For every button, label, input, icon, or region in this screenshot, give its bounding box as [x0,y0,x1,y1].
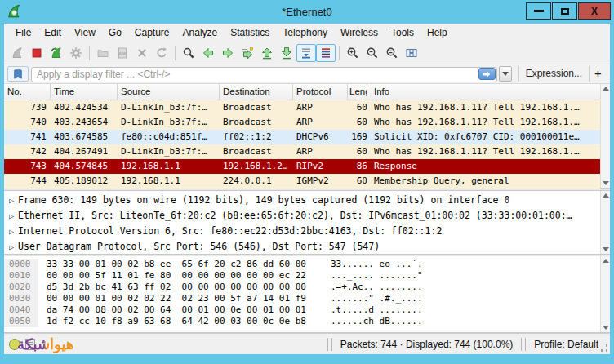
filter-bookmark-button[interactable] [7,66,29,82]
cell-length: 60 [348,100,367,115]
expander-icon[interactable]: ▷ [9,227,14,236]
detail-row-ipv6[interactable]: ▷Internet Protocol Version 6, Src: fe80:… [9,224,598,239]
go-first-icon[interactable] [257,44,277,62]
expander-icon[interactable]: ▷ [9,196,14,205]
stop-capture-icon[interactable] [27,44,47,62]
hex-scrollbar[interactable] [600,256,610,332]
cell-destination: Broadcast [220,100,293,115]
hex-row[interactable]: 0020d5 3d 2b bc 41 63 ff 02 00 00 00 00 … [4,282,610,293]
scroll-up-icon[interactable] [603,87,609,91]
zoom-reset-icon[interactable] [382,44,402,62]
detail-text: User Datagram Protocol, Src Port: 546 (5… [18,241,380,252]
cell-length: 169 [348,130,367,144]
menu-statistics[interactable]: Statistics [224,24,276,41]
scroll-up-icon[interactable] [603,259,609,263]
scroll-down-icon[interactable] [603,326,609,330]
cell-time: 404.267491 [51,144,118,159]
apply-arrow-icon [482,70,492,78]
open-file-icon[interactable] [93,44,113,62]
packet-row-740[interactable]: 740403.243654D-LinkIn_b3:7f:…BroadcastAR… [4,115,600,130]
column-header-source[interactable]: Source [118,84,220,100]
display-filter-input[interactable] [31,67,497,82]
column-header-info[interactable]: Info [367,84,610,100]
resize-columns-icon[interactable] [402,44,421,62]
cell-info: Who has 192.168.1.11? Tell 192.168.1.… [367,144,600,159]
cell-time: 405.189012 [51,174,118,189]
menu-go[interactable]: Go [102,24,128,41]
apply-filter-button[interactable] [478,68,496,80]
toolbar-separator [175,46,176,60]
hex-ascii: ......ch dB...... [326,316,423,327]
zoom-in-icon[interactable] [343,44,363,62]
packet-row-744[interactable]: 744405.189012192.168.1.1224.0.0.1IGMPv26… [4,174,600,189]
column-header-length[interactable]: Length [348,84,367,100]
hex-bytes: 33 33 00 01 00 02 b8 ee 65 6f 20 c2 86 d… [38,259,326,270]
scroll-down-icon[interactable] [603,181,609,185]
minimize-button[interactable] [526,2,551,20]
expander-icon[interactable]: ▷ [9,211,14,220]
expression-button[interactable]: Expression... [518,66,589,82]
column-header-time[interactable]: Time [51,84,118,100]
packet-list-scrollbar[interactable] [600,84,610,188]
packet-row-739[interactable]: 739402.424534D-LinkIn_b3:7f:…BroadcastAR… [4,100,600,115]
maximize-button[interactable] [552,2,577,20]
cell-source: D-LinkIn_b3:7f:… [118,115,220,130]
details-scrollbar[interactable] [600,191,610,254]
menu-capture[interactable]: Capture [128,24,176,41]
hex-bytes: 00 00 00 01 00 02 02 22 02 23 00 5f a7 1… [38,293,326,304]
status-separator [331,338,332,351]
save-file-icon[interactable]: 010 [113,44,132,62]
hex-row[interactable]: 000033 33 00 01 00 02 b8 ee 65 6f 20 c2 … [4,259,610,270]
cell-protocol: ARP [293,100,348,115]
capture-options-icon[interactable] [66,44,86,62]
cell-no: 740 [4,115,51,130]
scroll-up-icon[interactable] [603,193,609,198]
reload-icon[interactable] [152,44,171,62]
scroll-down-icon[interactable] [603,247,609,251]
go-to-packet-icon[interactable] [238,44,257,62]
auto-scroll-toggle-icon[interactable] [296,44,316,62]
menu-telephony[interactable]: Telephony [276,24,334,41]
colorize-toggle-icon[interactable] [316,44,336,62]
hex-row[interactable]: 003000 00 00 01 00 02 02 22 02 23 00 5f … [4,293,610,304]
cell-destination: 224.0.0.1 [220,174,293,189]
toolbar-separator [339,46,340,60]
close-button[interactable]: X [578,2,611,20]
packet-row-742[interactable]: 742404.267491D-LinkIn_b3:7f:…BroadcastAR… [4,144,600,159]
expander-icon[interactable]: ▷ [9,242,14,251]
add-filter-button[interactable]: + [589,66,607,82]
menu-edit[interactable]: Edit [38,24,68,41]
find-packet-icon[interactable] [179,44,198,62]
menu-analyze[interactable]: Analyze [176,24,225,41]
zoom-out-icon[interactable] [363,44,382,62]
menu-wireless[interactable]: Wireless [334,24,385,41]
cell-no: 741 [4,130,51,144]
go-last-icon[interactable] [277,44,296,62]
hex-offset: 0010 [4,270,38,282]
window-title: *Ethernet0 [0,6,614,18]
hex-offset: 0040 [4,304,38,316]
column-header-no[interactable]: No. [4,84,51,100]
restart-capture-icon[interactable] [47,44,66,62]
hex-row[interactable]: 0040da 74 00 08 00 02 00 64 00 01 00 0e … [4,304,610,316]
start-capture-icon[interactable] [7,44,27,62]
menu-help[interactable]: Help [420,24,454,41]
resize-grip[interactable] [599,344,608,353]
go-forward-icon[interactable] [218,44,238,62]
detail-row-frame[interactable]: ▷Frame 630: 149 bytes on wire (1192 bits… [9,193,598,208]
column-header-protocol[interactable]: Protocol [293,84,348,100]
hex-row[interactable]: 001000 00 00 5f 11 01 fe 80 00 00 00 00 … [4,270,610,282]
filter-history-dropdown[interactable] [499,66,512,82]
close-file-icon[interactable] [132,44,152,62]
menu-view[interactable]: View [68,24,102,41]
menu-tools[interactable]: Tools [385,24,420,41]
hex-row[interactable]: 00501d f2 cc 10 f8 a9 63 68 64 42 00 03 … [4,316,610,327]
packet-row-741[interactable]: 741403.674585fe80::c04d:851f…ff02::1:2DH… [4,130,600,144]
detail-row-ethernet[interactable]: ▷Ethernet II, Src: LiteonTe_6f:20:c2 (b8… [9,208,598,224]
menu-file[interactable]: File [9,24,38,41]
profile-status[interactable]: Profile: Default [527,339,605,350]
go-back-icon[interactable] [198,44,218,62]
packet-row-743-selected[interactable]: 743404.574845192.168.1.1192.168.1.2…RIPv… [4,159,600,174]
detail-row-udp[interactable]: ▷User Datagram Protocol, Src Port: 546 (… [9,239,598,255]
column-header-destination[interactable]: Destination [220,84,293,100]
